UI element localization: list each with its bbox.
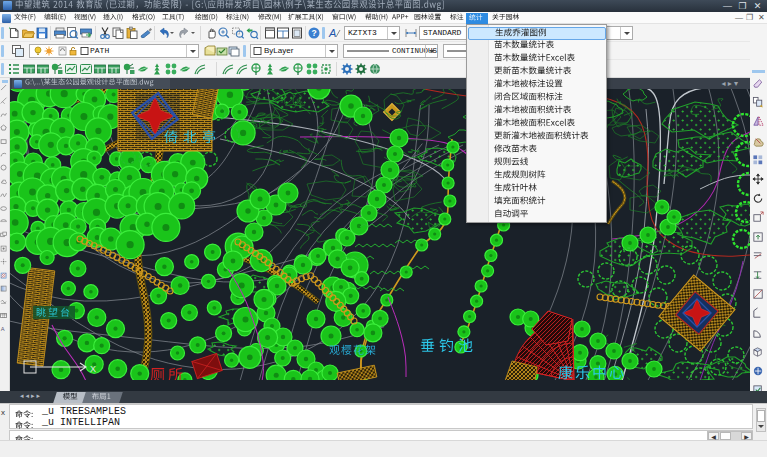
svg-text:?: ? <box>311 28 316 38</box>
svg-text:A: A <box>328 27 336 39</box>
svg-text:X: X <box>90 364 96 374</box>
svg-text:A: A <box>1 326 5 332</box>
